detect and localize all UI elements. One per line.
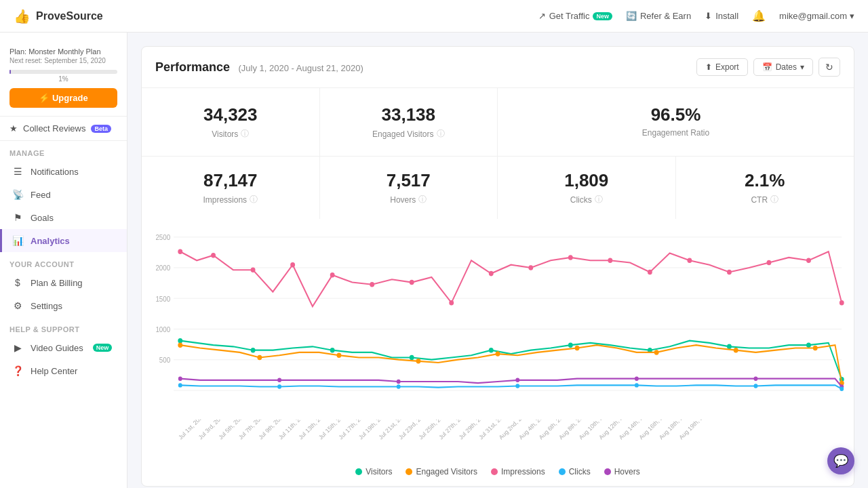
visitors-dot — [410, 355, 414, 361]
impressions-dot — [370, 282, 374, 287]
progress-bar-wrap — [9, 70, 117, 74]
sidebar-item-goals[interactable]: ⚑ Goals — [0, 206, 127, 229]
export-button[interactable]: ⬆ Export — [696, 58, 748, 76]
chat-bubble-button[interactable]: 💬 — [827, 447, 854, 474]
upgrade-button[interactable]: ⚡ Upgrade — [9, 88, 117, 108]
clicks-dot — [178, 383, 182, 387]
impressions-dot — [806, 258, 811, 263]
billing-icon: $ — [12, 277, 24, 288]
x-axis-labels: Jul 1st, 2020 Jul 3rd, 2020 Jul 5th, 202… — [174, 420, 848, 460]
hovers-legend-label: Hovers — [614, 467, 640, 476]
impressions-dot — [528, 265, 533, 270]
impressions-dot — [608, 258, 612, 263]
calendar-icon: 📅 — [762, 62, 772, 72]
sidebar-item-plan-billing[interactable]: $ Plan & Billing — [0, 271, 127, 294]
visitors-info-icon[interactable]: ⓘ — [241, 128, 249, 140]
sidebar-item-notifications[interactable]: ☰ Notifications — [0, 160, 127, 183]
logo[interactable]: 👍 ProveSource — [14, 8, 103, 24]
sidebar-item-feed[interactable]: 📡 Feed — [0, 183, 127, 206]
clicks-dot — [635, 383, 639, 387]
stats-row-2: 87,147 Impressions ⓘ 7,517 Hovers ⓘ 1,80… — [142, 157, 854, 219]
clicks-dot — [397, 384, 401, 388]
install-nav[interactable]: ⬇ Install — [705, 11, 738, 21]
ctr-value: 2.1% — [690, 170, 841, 191]
bell-icon[interactable]: 🔔 — [752, 9, 766, 22]
performance-date-range: (July 1, 2020 - August 21, 2020) — [239, 63, 363, 73]
svg-text:2000: 2000 — [155, 264, 170, 272]
impressions-dot — [687, 258, 692, 263]
clicks-dot — [840, 387, 844, 391]
logo-icon: 👍 — [14, 8, 31, 24]
sidebar-item-analytics[interactable]: 📊 Analytics — [0, 229, 127, 252]
visitors-dot — [727, 344, 732, 350]
feed-icon: 📡 — [12, 189, 24, 200]
visitors-dot — [251, 348, 256, 353]
visitors-dot — [806, 342, 811, 348]
sidebar-item-settings-label: Settings — [31, 301, 62, 311]
sidebar: Plan: Monster Monthly Plan Next reset: S… — [0, 33, 127, 488]
user-chevron-icon: ▾ — [850, 11, 854, 21]
engaged-visitors-value: 33,138 — [334, 104, 484, 125]
engaged-visitors-info-icon[interactable]: ⓘ — [437, 128, 445, 140]
stat-impressions: 87,147 Impressions ⓘ — [142, 157, 320, 219]
impressions-info-icon[interactable]: ⓘ — [250, 194, 258, 205]
engaged-visitors-legend-label: Engaged Visitors — [416, 467, 477, 476]
dates-button[interactable]: 📅 Dates ▾ — [753, 58, 813, 76]
goals-icon: ⚑ — [12, 212, 24, 223]
topnav-right: ↗ Get Traffic New 🔄 Refer & Earn ⬇ Insta… — [538, 9, 854, 22]
visitors-dot — [178, 338, 182, 344]
dates-label: Dates — [776, 62, 797, 72]
stat-visitors: 34,323 Visitors ⓘ — [142, 88, 320, 156]
chart-container: 2500 2000 1500 1000 500 — [147, 230, 848, 420]
user-menu[interactable]: mike@gmail.com ▾ — [779, 11, 854, 21]
legend-impressions: Impressions — [491, 467, 545, 476]
hovers-info-icon[interactable]: ⓘ — [418, 194, 427, 205]
impressions-dot — [449, 300, 454, 306]
clicks-dot — [277, 384, 281, 388]
ctr-info-icon[interactable]: ⓘ — [770, 194, 778, 205]
dates-chevron-icon: ▾ — [800, 62, 804, 72]
impressions-dot — [290, 262, 295, 268]
engaged-dot — [734, 348, 738, 353]
top-navigation: 👍 ProveSource ↗ Get Traffic New 🔄 Refer … — [0, 0, 868, 33]
svg-text:500: 500 — [159, 357, 171, 365]
legend-engaged-visitors: Engaged Visitors — [406, 467, 477, 476]
engaged-dot — [496, 351, 500, 357]
clicks-legend-dot — [559, 468, 566, 475]
performance-title-group: Performance (July 1, 2020 - August 21, 2… — [155, 60, 363, 75]
impressions-dot — [410, 280, 414, 285]
stat-engaged-visitors: 33,138 Engaged Visitors ⓘ — [320, 88, 498, 156]
refresh-button[interactable]: ↻ — [818, 58, 840, 77]
beta-badge: Beta — [91, 125, 111, 133]
engaged-visitors-legend-dot — [406, 468, 412, 475]
svg-text:2500: 2500 — [155, 234, 170, 242]
clicks-info-icon[interactable]: ⓘ — [595, 194, 603, 205]
collect-reviews-item[interactable]: ★ Collect Reviews Beta — [0, 117, 127, 141]
sidebar-item-video-guides[interactable]: ▶ Video Guides New — [0, 336, 127, 359]
svg-text:1000: 1000 — [155, 325, 170, 333]
sidebar-item-video-guides-label: Video Guides — [31, 343, 83, 353]
visitors-dot — [568, 342, 573, 348]
refer-earn-nav[interactable]: 🔄 Refer & Earn — [626, 11, 691, 21]
impressions-dot — [251, 267, 256, 272]
get-traffic-nav[interactable]: ↗ Get Traffic New — [538, 11, 612, 21]
clicks-dot — [515, 384, 519, 388]
impressions-dot — [648, 270, 652, 275]
hovers-dot — [635, 376, 639, 380]
plan-section: Plan: Monster Monthly Plan Next reset: S… — [0, 41, 127, 117]
impressions-legend-label: Impressions — [501, 467, 545, 476]
impressions-dot — [211, 253, 216, 258]
performance-title: Performance — [155, 60, 230, 74]
sidebar-item-help-center[interactable]: ❓ Help Center — [0, 359, 127, 382]
impressions-dot — [727, 270, 732, 275]
performance-chart: 2500 2000 1500 1000 500 — [147, 230, 848, 420]
impressions-label: Impressions ⓘ — [155, 194, 306, 205]
install-label: Install — [715, 11, 738, 21]
impressions-dot — [767, 260, 772, 266]
engaged-dot — [575, 346, 580, 351]
sidebar-item-feed-label: Feed — [31, 190, 51, 200]
user-email: mike@gmail.com — [779, 11, 847, 21]
get-traffic-icon: ↗ — [538, 11, 546, 21]
svg-text:Aug 19th, 2020: Aug 19th, 2020 — [677, 420, 711, 441]
sidebar-item-settings[interactable]: ⚙ Settings — [0, 294, 127, 317]
